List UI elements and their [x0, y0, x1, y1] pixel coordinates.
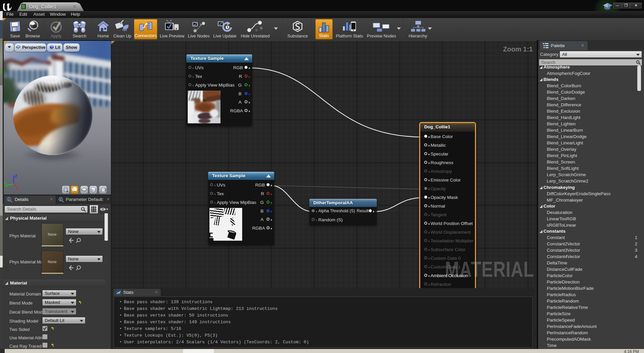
svg-text:Y: Y: [4, 181, 7, 185]
svg-text:Z: Z: [15, 174, 17, 179]
svg-text:X: X: [16, 186, 19, 190]
